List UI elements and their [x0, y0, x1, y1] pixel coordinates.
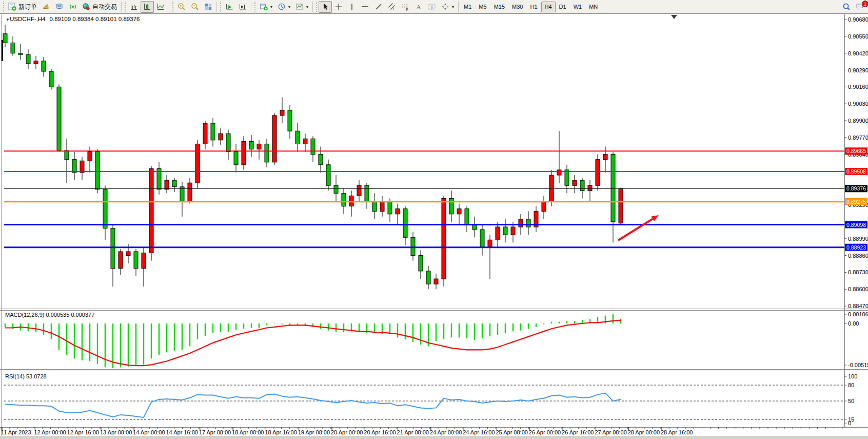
price-badge-label: 0.88923	[846, 244, 866, 251]
arrows-button[interactable]: ▾	[439, 1, 457, 13]
crosshair-button[interactable]	[332, 1, 345, 13]
new-chart-icon	[260, 3, 268, 11]
candle-up	[257, 144, 261, 149]
chart-shift-marker	[671, 15, 677, 19]
line-chart-button[interactable]	[154, 1, 167, 13]
autotrade-button-label: 自动交易	[92, 3, 117, 11]
chevron-down-icon[interactable]: ▾	[288, 5, 290, 9]
clipped-candle	[2, 40, 3, 61]
periods-button[interactable]: ▾	[275, 1, 293, 13]
timeframe-m15-button[interactable]: M15	[490, 2, 508, 12]
label-button[interactable]: T	[425, 1, 439, 13]
timeframe-m5-button[interactable]: M5	[475, 2, 490, 12]
price-tick-label: 0.88860	[848, 253, 868, 259]
candle-down	[372, 201, 377, 212]
candle-down	[580, 180, 584, 190]
candle-down	[11, 43, 15, 53]
templates-button[interactable]: ▾	[293, 1, 311, 13]
new-order-button[interactable]: 新订单	[6, 1, 40, 13]
timeframe-m30-button[interactable]: M30	[508, 2, 526, 12]
candle-up	[549, 175, 554, 201]
zoom-in-button[interactable]	[175, 1, 188, 13]
bar-chart-button[interactable]	[127, 1, 141, 13]
rsi-axis-label: 100	[848, 373, 857, 379]
candle-up	[34, 61, 38, 64]
candle-up	[219, 133, 223, 140]
chevron-down-icon[interactable]: ▾	[452, 5, 454, 9]
time-axis-label: 11 Apr 2023	[1, 429, 31, 435]
svg-text:A: A	[416, 3, 421, 11]
clock-icon	[278, 3, 286, 11]
trendline-button[interactable]	[372, 1, 385, 13]
toolbar-separator	[169, 2, 169, 12]
candle-down	[388, 201, 392, 214]
timeframe-h4-button[interactable]: H4	[541, 2, 556, 12]
timeframe-m15-button-label: M15	[494, 4, 505, 10]
timeframe-w1-button[interactable]: W1	[570, 2, 586, 12]
trend-arrow-head[interactable]	[651, 215, 659, 221]
timeframe-m1-button[interactable]: M1	[460, 2, 475, 12]
candle-up	[119, 252, 123, 269]
macd-axis-label: -0.005154	[848, 362, 868, 368]
search-button[interactable]	[840, 1, 853, 13]
candle-up	[596, 160, 600, 186]
hline-button[interactable]	[359, 1, 372, 13]
candle-down	[526, 219, 530, 227]
timeframe-mn-button[interactable]: MN	[585, 2, 601, 12]
candle-down	[211, 123, 215, 140]
chart-shift-button[interactable]	[236, 1, 249, 13]
alerts-button[interactable]: 1	[853, 1, 866, 13]
chart-shift-icon	[239, 3, 247, 11]
new-chart-button[interactable]: ▾	[257, 1, 275, 13]
candle-up	[496, 227, 500, 240]
candle-down	[3, 34, 7, 43]
candle-down	[403, 209, 407, 238]
candle-down	[172, 180, 176, 187]
price-tick-label: 0.88470	[848, 303, 868, 309]
publish-button[interactable]	[40, 1, 53, 13]
zoom-out-button[interactable]	[188, 1, 202, 13]
timeframe-h4-button-label: H4	[545, 4, 552, 10]
candle-down	[565, 170, 569, 185]
candle-up	[396, 209, 400, 214]
time-axis-label: 20 Apr 00:00	[331, 429, 363, 435]
timeframe-h1-button[interactable]: H1	[526, 2, 541, 12]
auto-scroll-button[interactable]	[223, 1, 236, 13]
candle-down	[65, 150, 69, 160]
trend-arrow[interactable]	[618, 219, 653, 240]
candle-up	[80, 161, 84, 173]
candle-down	[426, 271, 430, 284]
svg-text:E: E	[393, 7, 396, 11]
cursor-button[interactable]	[319, 1, 332, 13]
candle-up	[195, 144, 200, 183]
price-tick-label: 0.90160	[848, 84, 868, 90]
toolbar-grip	[3, 2, 4, 12]
svg-text:F: F	[406, 8, 408, 11]
autotrade-button[interactable]: 自动交易	[80, 1, 120, 13]
signals-button[interactable]	[66, 1, 80, 13]
candle-down	[334, 185, 338, 193]
candle-down	[249, 141, 253, 149]
candle-down	[57, 87, 61, 150]
rsi-axis-label: 0	[848, 420, 851, 426]
price-tick-label: 0.88990	[848, 236, 868, 242]
chevron-down-icon[interactable]: ▾	[306, 5, 308, 9]
toolbar-separator	[121, 2, 122, 12]
price-badge-label: 0.89376	[846, 185, 866, 192]
text-button[interactable]: A	[412, 1, 425, 13]
tile-windows-button[interactable]	[202, 1, 215, 13]
timeframe-d1-button[interactable]: D1	[556, 2, 570, 12]
fibo-button[interactable]: F	[399, 1, 412, 13]
price-tick-label: 0.90680	[848, 16, 868, 23]
candle-up	[557, 170, 561, 175]
candle-up	[203, 123, 207, 144]
vline-button[interactable]	[345, 1, 359, 13]
template-icon	[295, 3, 304, 11]
chevron-down-icon[interactable]: ▾	[270, 5, 272, 9]
channel-button[interactable]: E	[385, 1, 399, 13]
terminal-button[interactable]	[53, 1, 66, 13]
candle-chart-button[interactable]	[141, 1, 154, 13]
candle-up	[188, 183, 192, 201]
candle-up	[434, 279, 438, 284]
candle-up	[457, 209, 461, 214]
